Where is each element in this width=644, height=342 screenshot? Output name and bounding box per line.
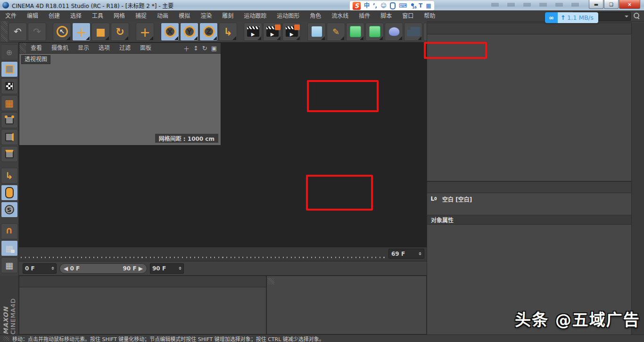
globe-icon: ⊕ [6,48,12,57]
tweak-mode-button[interactable] [1,185,18,201]
rotate-button[interactable]: ↻ [111,23,129,41]
render-picture-viewer-button[interactable]: ▶ [263,23,281,41]
coordinate-system-button[interactable]: ↳ [219,23,237,41]
viewport-menu-item-4[interactable]: 过滤 [115,43,135,53]
search-icon[interactable] [634,13,639,18]
redo-button[interactable]: ↷ [28,23,46,41]
skin-icon[interactable]: T [419,1,422,10]
menu-item-17[interactable]: 窗口 [397,11,419,21]
floor-icon [407,27,420,36]
timeline-ruler[interactable]: 69 F [19,247,427,261]
skin-person-icon[interactable]: 16 [410,3,415,8]
menu-item-11[interactable]: 运动跟踪 [239,11,272,21]
title-bar: CINEMA 4D R18.011 Studio (RC - R18) - [未… [0,0,644,11]
maximize-view-icon[interactable]: ▣ [211,45,217,52]
menu-item-16[interactable]: 脚本 [375,11,397,21]
ime-item[interactable]: 中 [364,1,370,10]
lock-y-button[interactable]: Y [180,23,198,41]
menu-item-4[interactable]: 工具 [87,11,108,21]
menu-item-15[interactable]: 插件 [354,11,375,21]
last-tool-move-button[interactable]: ＋ [136,23,154,41]
chevron-down-icon [625,16,628,19]
spinner-icon[interactable] [51,265,54,271]
model-mode-button[interactable] [1,61,18,77]
live-selection-button[interactable]: ↖ [53,23,71,41]
make-editable-button[interactable]: ⊕ [1,44,18,60]
current-frame-field[interactable]: 69 F [388,249,424,259]
menu-item-7[interactable]: 动画 [152,11,173,21]
menu-item-0[interactable]: 文件 [0,11,22,21]
spinner-icon[interactable] [179,265,182,271]
viewport-canvas-perspective[interactable] [19,53,221,145]
viewport-menu-item-0[interactable]: 查看 [26,43,47,53]
points-mode-button[interactable] [1,112,18,128]
viewport-menu-item-2[interactable]: 显示 [73,43,94,53]
restore-button[interactable]: ❏ [604,0,619,9]
draw-spline-button[interactable]: ✎ [327,23,345,41]
null-object-icon: L0 [430,195,438,203]
menu-item-10[interactable]: 雕刻 [217,11,239,21]
magnet-icon: ∪ [5,226,13,237]
toolbar-grip[interactable] [1,21,8,42]
viewport-menu-item-1[interactable]: 摄像机 [47,43,73,53]
frame-range-slider[interactable]: ◀ 0 F 90 F ▶ [59,263,147,274]
timeline-ticks[interactable] [19,247,387,261]
ime-toolbar[interactable]: S 中’,☺⌨16T▦ [349,0,435,11]
edges-cube-icon [5,133,14,141]
texture-mode-button[interactable] [1,78,18,94]
panel-grip[interactable] [19,43,26,53]
scale-button[interactable]: ■ [91,23,110,41]
edges-mode-button[interactable] [1,129,18,145]
menu-item-14[interactable]: 流水线 [326,11,354,21]
menu-item-1[interactable]: 编辑 [22,11,43,21]
menu-item-3[interactable]: 选择 [65,11,87,21]
viewport-label: 透视视图 [21,55,50,64]
menu-item-9[interactable]: 渲染 [195,11,217,21]
menu-item-5[interactable]: 网格 [108,11,130,21]
lock-z-button[interactable]: Z [199,23,218,41]
menu-item-12[interactable]: 运动图形 [272,11,305,21]
viewport-perspective[interactable]: 查看摄像机显示选项过滤面板＋↕↻▣透视视图网格间距 : 1000 cm [19,42,221,146]
polygons-mode-button[interactable] [1,146,18,162]
ime-item[interactable]: ⌨ [399,1,407,10]
environment-button[interactable] [404,23,422,41]
workplane-lock-button[interactable]: ▦ [1,240,18,256]
soft-selection-button[interactable]: S [1,202,18,218]
minimize-button[interactable]: ▬ [589,0,603,9]
start-frame-field[interactable]: 0 F [23,263,57,274]
end-frame-field[interactable]: 90 F [150,263,184,274]
menu-item-18[interactable]: 帮助 [419,11,440,21]
ime-item[interactable]: ’, [373,1,377,10]
toolbox-icon[interactable]: ▦ [426,1,431,10]
cube-icon [5,65,14,73]
move-button[interactable]: ＋ [72,23,91,41]
snap-button[interactable]: ∪ [1,223,18,239]
render-settings-button[interactable]: ▶ [282,23,301,41]
close-button[interactable]: × [619,0,640,9]
workplane-mode-button[interactable]: ▦ [1,95,18,111]
deformer-button[interactable] [385,23,403,41]
ime-logo-icon[interactable]: S [353,2,361,10]
rotate-view-icon[interactable]: ↻ [202,45,207,52]
mograph-button[interactable] [365,23,384,41]
panel-grip[interactable] [268,278,274,285]
viewport-menu-item-3[interactable]: 选项 [94,43,115,53]
clapperboard-icon: ▶ [247,26,259,37]
zoom-icon[interactable]: ↕ [193,45,198,52]
menu-item-13[interactable]: 角色 [305,11,326,21]
menu-item-6[interactable]: 捕捉 [130,11,152,21]
spinner-icon[interactable] [419,251,421,257]
pan-icon[interactable]: ＋ [183,44,190,53]
render-view-button[interactable]: ▶ [244,23,262,41]
add-cube-button[interactable] [307,23,326,41]
subdivision-surface-button[interactable] [346,23,364,41]
mic-icon[interactable] [390,2,396,9]
ime-item[interactable]: ☺ [380,1,387,10]
undo-button[interactable]: ↶ [8,23,27,41]
menu-item-2[interactable]: 创建 [43,11,65,21]
lock-x-button[interactable]: X [161,23,179,41]
menu-item-8[interactable]: 模拟 [173,11,195,21]
axis-mode-button[interactable]: ↳ [1,168,18,184]
viewport-menu-item-5[interactable]: 面板 [135,43,156,53]
workplane-button[interactable]: ▦ [1,257,18,273]
